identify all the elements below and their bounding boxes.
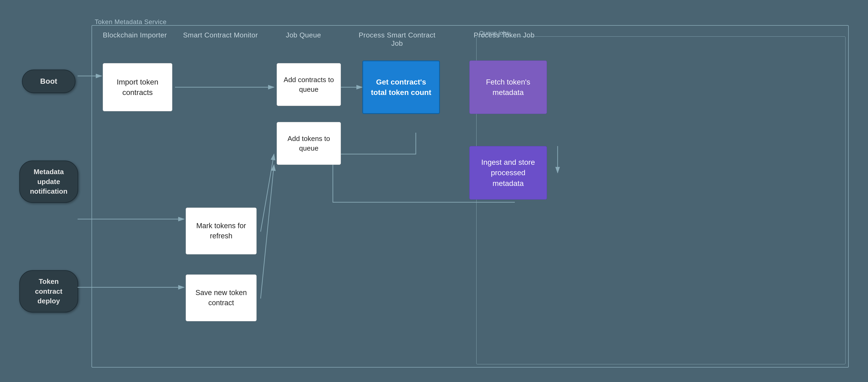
col-job-queue: Job Queue — [274, 31, 333, 39]
col-blockchain-importer: Blockchain Importer — [103, 31, 167, 39]
triggers-column: Boot Metadata updatenotification Token c… — [19, 14, 78, 368]
svg-line-7 — [260, 165, 274, 298]
queue-jobs-label: Queue jobs — [479, 30, 509, 37]
node-ingest-store-metadata: Ingest and store processed metadata — [469, 146, 547, 199]
node-import-token-contracts: Import token contracts — [103, 63, 172, 111]
diagram-container: Boot Metadata updatenotification Token c… — [19, 14, 849, 368]
trigger-boot: Boot — [22, 69, 75, 93]
svg-line-6 — [260, 154, 274, 232]
col-smart-contract-monitor: Smart Contract Monitor — [183, 31, 258, 39]
trigger-token-contract-deploy: Token contractdeploy — [19, 270, 78, 312]
node-mark-tokens-for-refresh: Mark tokens for refresh — [186, 208, 257, 254]
service-label: Token Metadata Service — [95, 18, 166, 26]
node-save-new-token-contract: Save new token contract — [186, 275, 257, 321]
node-fetch-tokens-metadata: Fetch token's metadata — [469, 60, 547, 114]
service-box: Token Metadata Service Blockchain Import… — [92, 25, 849, 368]
node-add-tokens-to-queue: Add tokens to queue — [277, 122, 341, 165]
col-process-smart-contract: Process Smart Contract Job — [354, 31, 440, 47]
trigger-metadata-update: Metadata updatenotification — [19, 160, 78, 202]
node-get-contract-total-token-count: Get contract's total token count — [362, 60, 440, 114]
node-add-contracts-to-queue: Add contracts to queue — [277, 63, 341, 106]
